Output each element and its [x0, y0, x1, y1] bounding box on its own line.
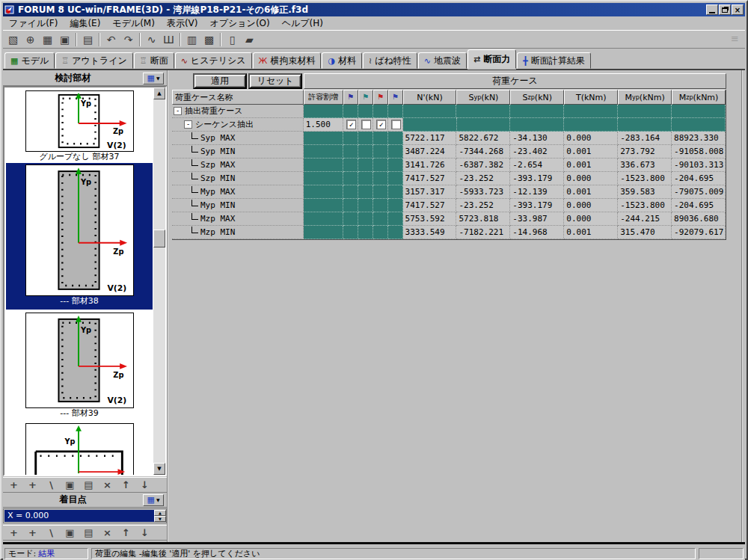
value-cell[interactable]: 315.470	[618, 226, 672, 239]
notebook2-icon[interactable]: ▩	[200, 31, 218, 48]
app-icon[interactable]	[4, 4, 15, 15]
member-item-39[interactable]: Yp Zp V(2) --- 部材39	[6, 311, 153, 419]
spinner-down-icon[interactable]: ▼	[154, 516, 166, 522]
delete-icon[interactable]: ×	[98, 479, 117, 492]
value-cell[interactable]: 3141.726	[403, 159, 457, 172]
report-icon[interactable]: ▯	[224, 31, 241, 48]
value-cell[interactable]: -244.215	[618, 212, 672, 226]
cell-empty[interactable]	[373, 132, 388, 145]
checkbox-checked[interactable]: ✓	[376, 120, 386, 129]
cell-empty[interactable]	[564, 105, 618, 118]
pillars-icon[interactable]: Ш	[160, 31, 177, 48]
row-label-cell[interactable]: Syp MIN	[172, 145, 304, 159]
cell-empty[interactable]	[304, 159, 343, 172]
cell-empty[interactable]	[403, 118, 457, 132]
value-cell[interactable]: 88923.330	[672, 132, 726, 145]
cell-empty[interactable]	[358, 212, 373, 226]
value-cell[interactable]: -12.139	[510, 185, 564, 199]
cell-empty[interactable]	[358, 145, 373, 159]
cell-empty[interactable]	[343, 172, 358, 185]
value-cell[interactable]: -6387.382	[456, 159, 510, 172]
cell-empty[interactable]	[388, 105, 403, 118]
cell-empty[interactable]	[388, 132, 403, 145]
cell-empty[interactable]	[304, 199, 343, 212]
cell-empty[interactable]	[457, 118, 511, 132]
cell-empty[interactable]	[343, 212, 358, 226]
cell-empty[interactable]	[618, 118, 672, 132]
cell-empty[interactable]	[510, 105, 564, 118]
cell-empty[interactable]	[672, 118, 726, 132]
cell-empty[interactable]	[564, 118, 618, 132]
checkbox-unchecked[interactable]	[391, 120, 401, 129]
move-up-icon[interactable]: ↑	[117, 479, 135, 492]
value-cell[interactable]: 336.673	[618, 159, 672, 172]
add-multi-icon[interactable]: +	[23, 479, 42, 492]
zoom-model-icon[interactable]: ⊕	[22, 31, 39, 48]
spinner-up-icon[interactable]: ▲	[154, 510, 166, 516]
undo-icon[interactable]: ↶	[102, 31, 120, 48]
row-label-cell[interactable]: Syp MAX	[172, 132, 304, 145]
cell-empty[interactable]	[388, 199, 403, 212]
value-cell[interactable]: 5723.818	[456, 212, 510, 226]
value-cell[interactable]: 7417.527	[403, 172, 457, 185]
tab-outline[interactable]: ♖アウトライン	[55, 52, 133, 69]
value-cell[interactable]: 0.000	[564, 172, 618, 185]
checkbox-cell-1[interactable]: ✓	[343, 118, 358, 132]
members-grid-button[interactable]: ▦ ▼	[143, 73, 164, 84]
cell-empty[interactable]	[672, 105, 726, 118]
menu-view[interactable]: 表示(V)	[161, 16, 204, 31]
list-tool-icon[interactable]: ≡	[731, 33, 739, 44]
tab-material[interactable]: ◑材料	[322, 52, 362, 69]
view-3d-icon[interactable]: ▧	[4, 31, 22, 48]
cell-empty[interactable]	[343, 159, 358, 172]
menu-model[interactable]: モデル(M)	[106, 16, 161, 31]
cell-empty[interactable]	[373, 105, 388, 118]
value-cell[interactable]: -90103.313	[672, 159, 726, 172]
value-cell[interactable]: -204.695	[672, 199, 726, 212]
tab-seismic-wave[interactable]: ∿地震波	[418, 52, 467, 69]
cell-empty[interactable]	[373, 226, 388, 239]
tab-section-results[interactable]: ╋断面計算結果	[517, 52, 591, 69]
cell-empty[interactable]	[304, 145, 343, 159]
value-cell[interactable]: 3487.224	[403, 145, 457, 159]
member-list-scrollbar[interactable]: ▲ ▼	[153, 87, 165, 475]
cell-empty[interactable]	[304, 212, 343, 226]
value-cell[interactable]: -92079.617	[672, 226, 726, 239]
row-label-cell[interactable]: Mzp MIN	[172, 226, 304, 239]
add-icon[interactable]: +	[4, 479, 23, 492]
tab-section[interactable]: ♖断面	[134, 52, 174, 69]
scroll-down-icon[interactable]: ▼	[153, 463, 165, 475]
value-cell[interactable]: -5933.723	[456, 185, 510, 199]
menu-edit[interactable]: 編集(E)	[64, 16, 106, 31]
value-cell[interactable]: -14.968	[510, 226, 564, 239]
tree-collapse-icon[interactable]: -	[174, 107, 182, 115]
add-icon[interactable]: +	[4, 526, 23, 540]
copy-icon[interactable]: ▣	[61, 479, 79, 492]
tab-confinement-material[interactable]: Ж横拘束材料	[253, 52, 322, 69]
cell-empty[interactable]	[343, 105, 358, 118]
checkbox-cell-2[interactable]	[358, 118, 373, 132]
value-cell[interactable]: 5822.672	[456, 132, 510, 145]
group-row-name[interactable]: - 抽出荷重ケース	[172, 105, 304, 118]
cell-empty[interactable]	[388, 145, 403, 159]
value-cell[interactable]: 3333.549	[403, 226, 457, 239]
cell-empty[interactable]	[373, 172, 388, 185]
row-label-cell[interactable]: Mzp MAX	[172, 212, 304, 226]
value-cell[interactable]: -1523.800	[618, 199, 672, 212]
cell-empty[interactable]	[304, 226, 343, 239]
restore-button[interactable]	[719, 4, 731, 15]
cell-empty[interactable]	[456, 105, 510, 118]
cell-empty[interactable]	[343, 226, 358, 239]
value-cell[interactable]: -79075.009	[672, 185, 726, 199]
frame-diagram-icon[interactable]: ∿	[143, 31, 160, 48]
value-cell[interactable]: 0.001	[564, 159, 618, 172]
delete-icon[interactable]: ×	[98, 526, 117, 540]
move-down-icon[interactable]: ↓	[135, 479, 154, 492]
member-item-partial[interactable]: Yp	[6, 422, 153, 476]
member-item-37[interactable]: Yp Zp V(2) グループなし 部材37	[6, 89, 153, 162]
cell-empty[interactable]	[373, 159, 388, 172]
cell-empty[interactable]	[343, 185, 358, 199]
cell-empty[interactable]	[373, 185, 388, 199]
checkbox-checked[interactable]: ✓	[346, 120, 356, 129]
cell-empty[interactable]	[358, 159, 373, 172]
